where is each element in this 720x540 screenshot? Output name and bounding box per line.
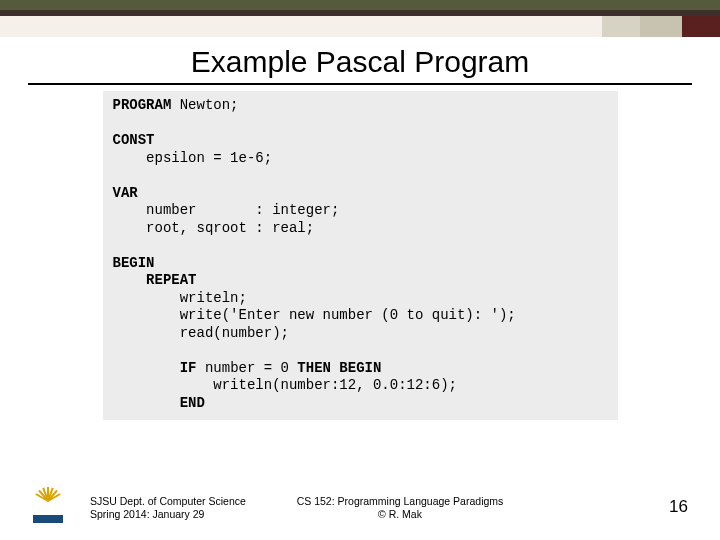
title-underline [28,83,692,85]
footer: SJSU Dept. of Computer Science Spring 20… [0,483,720,523]
sjsu-logo [33,493,63,523]
footer-dept: SJSU Dept. of Computer Science Spring 20… [90,495,246,521]
code-content: PROGRAM Newton; CONST epsilon = 1e-6; VA… [113,97,608,412]
code-block: PROGRAM Newton; CONST epsilon = 1e-6; VA… [103,91,618,420]
header-stripes [0,0,720,37]
page-number: 16 [669,497,688,517]
slide-title: Example Pascal Program [0,45,720,79]
footer-course: CS 152: Programming Language Paradigms ©… [285,495,515,521]
stripe-olive [0,0,720,10]
stripe-light [0,16,720,37]
stripe-accent-blocks [602,16,720,37]
